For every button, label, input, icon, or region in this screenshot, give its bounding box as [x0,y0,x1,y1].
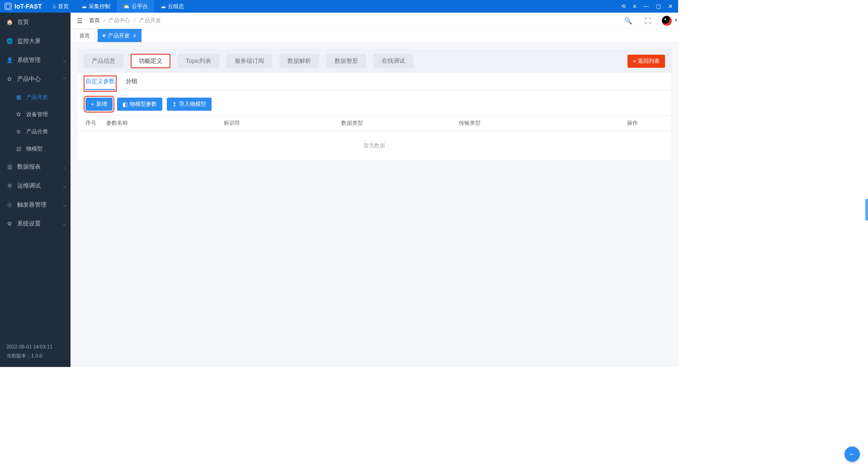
page-tabs: 首页 产品开发✕ [71,29,678,42]
grid-icon: ▦ [15,94,22,100]
app-logo[interactable]: IoT-FAST [0,3,47,10]
topnav-cloud-scada[interactable]: ☁云组态 [154,0,190,13]
col-index: 序号 [85,119,106,127]
chevron-down-icon: ⌄ [62,202,66,207]
table-icon: ▤ [15,146,22,152]
seg-product-info[interactable]: 产品信息 [84,54,123,68]
top-nav: ⌂首页 ☁采集控制 ⛅云平台 ☁云组态 [47,0,190,13]
sidebar-item-thing-model[interactable]: ▤物模型 [0,140,71,157]
home-icon: ⌂ [53,3,56,9]
footer-version: 当前版本：1.0.0 [6,352,64,361]
breadcrumb-home[interactable]: 首页 [89,17,100,24]
topnav-home[interactable]: ⌂首页 [47,0,75,13]
import-icon: ↥ [172,101,177,108]
target-icon: ◎ [6,202,13,208]
product-card: 产品信息 功能定义 Topic列表 服务端订阅 数据解析 数据整形 在线调试 «… [77,49,672,161]
seg-server-sub[interactable]: 服务端订阅 [226,54,272,68]
cloud-icon: ⛅ [123,3,130,9]
chart-icon: ▥ [6,164,13,170]
breadcrumb: 首页 / 产品中心 / 产品开发 [89,17,161,24]
sidebar-item-product-center[interactable]: ✿产品中心⌃ [0,70,71,89]
plus-icon: + [91,101,94,108]
dashboard-icon: 🏠 [6,19,13,25]
sidebar-item-system-mgmt[interactable]: 👤系统管理⌄ [0,51,71,70]
seg-online-debug[interactable]: 在线调试 [373,54,413,68]
subtab-group[interactable]: 分组 [126,77,137,90]
breadcrumb-product-dev: 产品开发 [139,17,161,24]
topnav-cloud-platform[interactable]: ⛅云平台 [117,0,154,13]
bug-icon: ⚙ [6,183,13,189]
sidebar-item-product-category[interactable]: ≣产品分类 [0,123,71,140]
logo-icon [5,3,12,10]
gear-icon: ✿ [6,76,13,82]
sidebar-item-ops-debug[interactable]: ⚙运维调试⌄ [0,176,71,195]
content: 产品信息 功能定义 Topic列表 服务端订阅 数据解析 数据整形 在线调试 «… [71,42,678,367]
main: ☰ 首页 / 产品中心 / 产品开发 🔍 ⛶ 首页 产品开发✕ 产品信息 [71,13,678,367]
chevron-down-icon: ⌄ [62,58,66,63]
cloud-icon: ☁ [160,3,166,9]
globe-icon: 🌐 [6,38,13,44]
chevron-down-icon: ⌄ [62,164,66,169]
add-button[interactable]: +新增 [85,98,113,111]
subtab-custom-params[interactable]: 自定义参数 [85,77,115,90]
seg-function-define[interactable]: 功能定义 [131,54,170,68]
seg-data-parse[interactable]: 数据解析 [279,54,319,68]
breadcrumb-sep: / [134,18,135,24]
gear-icon: ✿ [15,111,22,118]
table-empty: 暂无数据 [77,131,671,160]
sidebar-item-reports[interactable]: ▥数据报表⌄ [0,157,71,176]
chevron-down-icon: ⌄ [62,183,66,188]
close-icon[interactable]: ✕ [668,3,673,9]
sidebar-item-system-settings[interactable]: ✿系统设置⌄ [0,214,71,233]
back-to-list-button[interactable]: «返回列表 [627,55,665,68]
sidebar-item-trigger-mgmt[interactable]: ◎触发器管理⌄ [0,195,71,214]
model-params-button[interactable]: ◧物模型参数 [117,98,162,111]
segment-tabs: 产品信息 功能定义 Topic列表 服务端订阅 数据解析 数据整形 在线调试 [84,54,413,68]
pagetab-home[interactable]: 首页 [74,29,95,42]
sidebar-item-monitor[interactable]: 🌐监控大屏 [0,32,71,51]
col-operation: 操作 [627,119,663,127]
app-name: IoT-FAST [14,3,42,10]
footer-time: 2022-06-01 14:03:11 [6,343,64,352]
table-header: 序号 参数名称 标识符 数据类型 传输类型 操作 [77,115,671,131]
seg-data-reshape[interactable]: 数据整形 [326,54,366,68]
window-controls: ⟲ ≡ — ▢ ✕ [621,3,678,9]
cube-icon: ◧ [123,101,127,108]
col-param-name: 参数名称 [106,119,224,127]
topnav-collect[interactable]: ☁采集控制 [75,0,117,13]
sidebar-item-product-dev[interactable]: ▦产品开发 [0,89,71,106]
breadcrumb-product-center[interactable]: 产品中心 [108,17,130,24]
sub-tabs: 自定义参数 分组 [77,73,671,90]
chevron-up-icon: ⌃ [62,77,66,82]
list-icon: ≣ [15,128,22,135]
active-dot-icon [103,34,105,37]
import-model-button[interactable]: ↥导入物模型 [167,98,212,111]
col-identifier: 标识符 [224,119,341,127]
titlebar: IoT-FAST ⌂首页 ☁采集控制 ⛅云平台 ☁云组态 ⟲ ≡ — ▢ ✕ [0,0,678,13]
tab-close-icon[interactable]: ✕ [132,33,137,39]
sidebar-footer: 2022-06-01 14:03:11 当前版本：1.0.0 [0,338,71,367]
user-icon: 👤 [6,57,13,63]
refresh-icon[interactable]: ⟲ [621,3,626,9]
gear-icon: ✿ [6,221,13,227]
sidebar: 🏠首页 🌐监控大屏 👤系统管理⌄ ✿产品中心⌃ ▦产品开发 ✿设备管理 ≣产品分… [0,13,71,367]
menu-icon[interactable]: ≡ [633,3,636,9]
sidebar-item-device-mgmt[interactable]: ✿设备管理 [0,106,71,123]
minimize-icon[interactable]: — [643,3,649,9]
maximize-icon[interactable]: ▢ [656,3,661,9]
sidebar-item-home[interactable]: 🏠首页 [0,13,71,32]
user-avatar[interactable] [662,16,672,26]
topbar: ☰ 首页 / 产品中心 / 产品开发 🔍 ⛶ [71,13,678,29]
sidebar-toggle-icon[interactable]: ☰ [77,17,83,24]
pagetab-product-dev[interactable]: 产品开发✕ [98,29,142,42]
card-header: 产品信息 功能定义 Topic列表 服务端订阅 数据解析 数据整形 在线调试 «… [77,49,671,73]
col-transfer-type: 传输类型 [459,119,627,127]
seg-topic-list[interactable]: Topic列表 [178,54,219,68]
search-icon[interactable]: 🔍 [624,17,632,24]
breadcrumb-sep: / [104,18,105,24]
fullscreen-icon[interactable]: ⛶ [645,17,651,24]
chevron-left-icon: « [633,58,636,64]
cloud-icon: ☁ [81,3,87,9]
chevron-down-icon: ⌄ [62,221,66,226]
col-data-type: 数据类型 [341,119,459,127]
